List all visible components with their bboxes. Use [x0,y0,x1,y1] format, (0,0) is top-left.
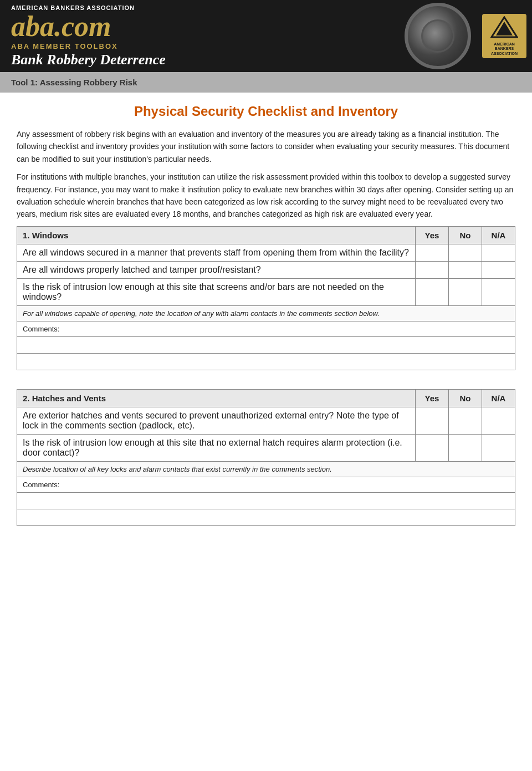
answer-hatches-2-no[interactable] [449,434,482,461]
note-row-hatches: Describe location of all key locks and a… [17,461,515,477]
question-windows-3: Is the risk of intrusion low enough at t… [17,278,416,305]
answer-hatches-1-na[interactable] [482,407,515,434]
intro-paragraph-2: For institutions with multiple branches,… [17,171,515,221]
comments-row-hatches: Comments: [17,477,515,492]
answer-windows-3-na[interactable] [482,278,515,305]
answer-hatches-2-yes[interactable] [416,434,449,461]
blank-row-windows-2 [17,353,515,370]
note-hatches: Describe location of all key locks and a… [17,461,515,477]
table-row: Are exterior hatches and vents secured t… [17,407,515,434]
col-header-yes: Yes [416,226,449,244]
answer-hatches-1-no[interactable] [449,407,482,434]
question-windows-1: Are all windows secured in a manner that… [17,244,416,261]
answer-windows-2-na[interactable] [482,261,515,278]
answer-windows-1-yes[interactable] [416,244,449,261]
question-windows-2: Are all windows properly latched and tam… [17,261,416,278]
comments-label-hatches: Comments: [17,477,515,492]
answer-windows-1-na[interactable] [482,244,515,261]
table-row: Are all windows properly latched and tam… [17,261,515,278]
answer-windows-3-yes[interactable] [416,278,449,305]
section-header-windows: 1. Windows Yes No N/A [17,226,515,244]
comments-row-windows: Comments: [17,321,515,336]
note-row-windows: For all windows capable of opening, note… [17,305,515,321]
answer-windows-2-no[interactable] [449,261,482,278]
blank-row-hatches-1 [17,492,515,509]
section-title-windows: 1. Windows [17,226,416,244]
intro-paragraph-1: Any assessment of robbery risk begins wi… [17,128,515,165]
aba-logo-symbol [490,16,518,42]
blank-row-windows-1 [17,336,515,353]
header-sub-label: ABA MEMBER TOOLBOX [11,42,344,50]
table-row: Are all windows secured in a manner that… [17,244,515,261]
section-header-hatches: 2. Hatches and Vents Yes No N/A [17,389,515,407]
table-row: Is the risk of intrusion low enough at t… [17,278,515,305]
section-title-hatches: 2. Hatches and Vents [17,389,416,407]
col-header-yes-2: Yes [416,389,449,407]
header-right: AMERICANBANKERSASSOCIATION [355,0,532,72]
header-logo: aba.com [11,12,344,41]
safe-dial-inner [421,19,454,53]
answer-windows-2-yes[interactable] [416,261,449,278]
aba-badge-text: AMERICANBANKERSASSOCIATION [491,42,518,56]
section-spacer [17,381,515,389]
safe-dial-icon [405,3,471,69]
toolbar: Tool 1: Assessing Robbery Risk [0,72,532,93]
col-header-na-2: N/A [482,389,515,407]
svg-marker-1 [496,22,513,35]
toolbar-label: Tool 1: Assessing Robbery Risk [11,78,137,87]
blank-row-hatches-2 [17,509,515,525]
col-header-no-2: No [449,389,482,407]
main-content: Physical Security Checklist and Inventor… [0,93,532,548]
col-header-no: No [449,226,482,244]
section-windows: 1. Windows Yes No N/A Are all windows se… [17,226,515,370]
section-hatches: 2. Hatches and Vents Yes No N/A Are exte… [17,389,515,526]
header-left: AMERICAN BANKERS ASSOCIATION aba.com ABA… [0,0,355,72]
question-hatches-2: Is the risk of intrusion low enough at t… [17,434,416,461]
header-top-label: AMERICAN BANKERS ASSOCIATION [11,4,344,11]
aba-logo-badge: AMERICANBANKERSASSOCIATION [482,14,526,58]
header: AMERICAN BANKERS ASSOCIATION aba.com ABA… [0,0,532,72]
answer-hatches-2-na[interactable] [482,434,515,461]
answer-hatches-1-yes[interactable] [416,407,449,434]
answer-windows-3-no[interactable] [449,278,482,305]
table-row: Is the risk of intrusion low enough at t… [17,434,515,461]
col-header-na: N/A [482,226,515,244]
note-windows: For all windows capable of opening, note… [17,305,515,321]
comments-label-windows: Comments: [17,321,515,336]
question-hatches-1: Are exterior hatches and vents secured t… [17,407,416,434]
header-title: Bank Robbery Deterrence [11,52,344,68]
page-title: Physical Security Checklist and Inventor… [17,104,515,119]
answer-windows-1-no[interactable] [449,244,482,261]
